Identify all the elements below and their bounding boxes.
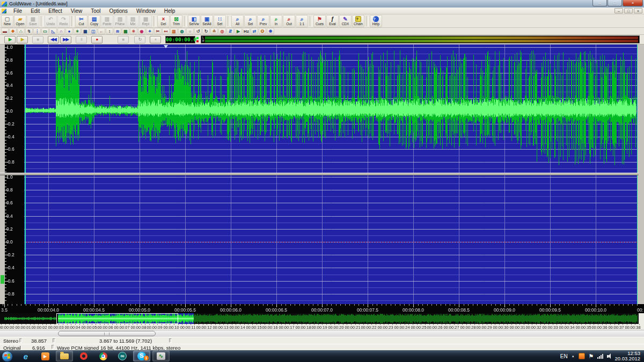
rewind-button[interactable]: ◀◀ bbox=[48, 36, 59, 43]
fx-13-icon[interactable]: ← bbox=[98, 28, 105, 34]
fx-5-icon[interactable]: ⋮ bbox=[33, 28, 41, 34]
fx-23-icon[interactable]: ◍ bbox=[178, 28, 186, 34]
fx-15-icon[interactable]: ≋ bbox=[114, 28, 121, 34]
network-icon[interactable] bbox=[597, 353, 603, 359]
time-axis[interactable]: 3.500:00:04.000:00:04.500:00:05.000:00:0… bbox=[0, 304, 644, 313]
menu-item-effect[interactable]: Effect bbox=[44, 8, 66, 14]
maximize-button[interactable]: □ bbox=[608, 0, 622, 6]
infinity-app-icon[interactable]: ∞ bbox=[114, 351, 131, 361]
stop-alt-button[interactable]: ■ bbox=[118, 36, 129, 43]
waveform-canvas[interactable] bbox=[0, 45, 639, 304]
fx-11-icon[interactable]: ▦ bbox=[82, 28, 89, 34]
fx-24-icon[interactable]: ○ bbox=[186, 28, 194, 34]
fx-7-icon[interactable]: ◺ bbox=[49, 28, 57, 34]
menu-item-view[interactable]: View bbox=[67, 8, 87, 14]
cdx-button[interactable]: ✎CDX bbox=[339, 15, 352, 27]
chrome-icon[interactable] bbox=[94, 351, 112, 361]
fx-9-icon[interactable]: ● bbox=[65, 28, 73, 34]
stop-button[interactable]: ■ bbox=[32, 36, 43, 43]
window-mode-button[interactable]: ▫ bbox=[150, 36, 161, 43]
play-selection-button[interactable]: ▶ bbox=[17, 36, 28, 43]
fx-28-icon[interactable]: ◎ bbox=[218, 28, 226, 34]
pnew-button[interactable]: ▧PNew bbox=[114, 15, 126, 27]
new-button[interactable]: ▢New bbox=[1, 15, 13, 27]
save-button[interactable]: ▦Save bbox=[27, 15, 39, 27]
clock[interactable]: 12:53 20.03.2012 bbox=[614, 351, 640, 361]
child-restore-button[interactable]: □ bbox=[624, 8, 633, 13]
help-button[interactable]: ?Help bbox=[370, 15, 382, 27]
fx-32-icon[interactable]: ⇄ bbox=[251, 28, 258, 34]
fx-16-icon[interactable]: ▩ bbox=[122, 28, 129, 34]
selvw-button[interactable]: ◧SelVw bbox=[188, 15, 200, 27]
overview-bar[interactable]: 00:00:0000:00:0100:00:0200:00:0300:00:04… bbox=[0, 313, 644, 330]
opera-icon[interactable] bbox=[75, 351, 92, 361]
open-button[interactable]: ▰Open bbox=[14, 15, 26, 27]
play-button[interactable]: ▶ bbox=[4, 36, 16, 43]
undo-button[interactable]: ↶Undo bbox=[45, 15, 57, 27]
all-button[interactable]: ⌕All bbox=[231, 15, 244, 27]
fx-22-icon[interactable]: ▥ bbox=[170, 28, 178, 34]
fx-17-icon[interactable]: ✳ bbox=[130, 28, 137, 34]
fx-33-icon[interactable]: ✪ bbox=[259, 28, 266, 34]
tray-app-icon[interactable] bbox=[579, 353, 585, 359]
minimize-button[interactable]: – bbox=[592, 0, 607, 6]
close-button[interactable]: × bbox=[623, 0, 643, 6]
fx-29-icon[interactable]: ⇵ bbox=[226, 28, 234, 34]
fx-1-icon[interactable]: ▬ bbox=[1, 28, 9, 34]
redo-button[interactable]: ↷Redo bbox=[57, 15, 70, 27]
del-button[interactable]: ×Del bbox=[157, 15, 170, 27]
fx-3-icon[interactable]: ∴ bbox=[17, 28, 25, 34]
audio-app-icon[interactable]: ∿ bbox=[152, 351, 170, 361]
child-minimize-button[interactable]: – bbox=[614, 8, 623, 13]
menu-item-edit[interactable]: Edit bbox=[26, 8, 44, 14]
fx-26-icon[interactable]: ↻ bbox=[202, 28, 210, 34]
eval-button[interactable]: ƒEval bbox=[326, 15, 339, 27]
menu-item-help[interactable]: Help bbox=[160, 8, 180, 14]
copy-button[interactable]: ▤Copy bbox=[88, 15, 100, 27]
record-button[interactable]: ● bbox=[91, 36, 103, 43]
menu-item-file[interactable]: File bbox=[9, 8, 26, 14]
fx-2-icon[interactable]: ❖ bbox=[9, 28, 17, 34]
fx-21-icon[interactable]: ↤ bbox=[162, 28, 170, 34]
chain-button[interactable]: ?Chain bbox=[352, 15, 364, 27]
selall-button[interactable]: ▣SelAll bbox=[201, 15, 213, 27]
horizontal-scrollbar[interactable] bbox=[0, 330, 644, 337]
cut-button[interactable]: ✂Cut bbox=[75, 15, 87, 27]
in-button[interactable]: ⌕In bbox=[270, 15, 282, 27]
prev-button[interactable]: ⌕Prev bbox=[257, 15, 269, 27]
menu-item-window[interactable]: Window bbox=[132, 8, 160, 14]
fx-27-icon[interactable]: ≗ bbox=[210, 28, 218, 34]
libraries-folder-icon[interactable] bbox=[56, 351, 73, 361]
internet-explorer-icon[interactable]: e bbox=[17, 351, 34, 361]
fx-18-icon[interactable]: ◉ bbox=[138, 28, 145, 34]
out-button[interactable]: ⌕Out bbox=[283, 15, 295, 27]
mix-button[interactable]: ▨Mix bbox=[127, 15, 139, 27]
fx-6-icon[interactable]: ▭ bbox=[41, 28, 49, 34]
media-player-icon[interactable]: ▶ bbox=[36, 351, 54, 361]
sel-button[interactable]: ⌕Sel bbox=[244, 15, 257, 27]
fx-14-icon[interactable]: ↕ bbox=[106, 28, 113, 34]
menu-item-options[interactable]: Options bbox=[105, 8, 132, 14]
child-close-button[interactable]: × bbox=[634, 8, 642, 13]
fx-20-icon[interactable]: ✂ bbox=[154, 28, 162, 34]
scrollbar-thumb[interactable] bbox=[58, 331, 156, 336]
fx-31-icon[interactable]: Hz bbox=[243, 28, 250, 34]
overview-canvas[interactable] bbox=[0, 313, 639, 324]
fx-30-icon[interactable]: ▶ bbox=[235, 28, 242, 34]
11-button[interactable]: ⌕1:1 bbox=[296, 15, 308, 27]
menu-item-tool[interactable]: Tool bbox=[86, 8, 105, 14]
trim-button[interactable]: ⊠Trim bbox=[170, 15, 182, 27]
start-button[interactable] bbox=[2, 351, 13, 362]
fx-19-icon[interactable]: ✦ bbox=[146, 28, 153, 34]
skype-icon[interactable]: S 1 bbox=[133, 351, 150, 361]
fx-4-icon[interactable]: ↯ bbox=[25, 28, 33, 34]
fx-34-icon[interactable]: ❋ bbox=[267, 28, 274, 34]
fx-8-icon[interactable]: ∩ bbox=[57, 28, 65, 34]
pause-button[interactable]: ‖ bbox=[76, 36, 87, 43]
set-button[interactable]: ∷Set bbox=[214, 15, 226, 27]
tray-expand-icon[interactable]: ▲ bbox=[572, 354, 575, 358]
fx-10-icon[interactable]: ✶ bbox=[74, 28, 81, 34]
action-center-flag-icon[interactable]: ⚑ bbox=[589, 353, 594, 359]
fx-12-icon[interactable]: ◫ bbox=[90, 28, 97, 34]
cues-button[interactable]: ⚑Cues bbox=[313, 15, 326, 27]
